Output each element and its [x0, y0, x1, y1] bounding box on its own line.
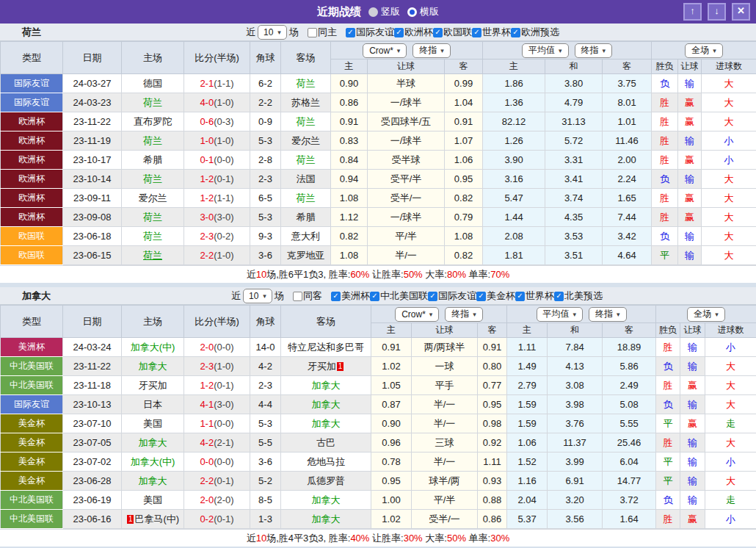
title-bar: 近期战绩 竖版 横版 ↑ ↓ ✕ [0, 0, 756, 24]
match-type-badge: 欧洲杯 [1, 170, 63, 189]
avg-group-header: 平均值▾终指▾ [483, 42, 652, 60]
avg-source-select[interactable]: 平均值▾ [522, 43, 569, 58]
league-checkbox[interactable]: ✓欧国联 [433, 26, 472, 39]
league-checkbox[interactable]: ✓美洲杯 [331, 289, 370, 303]
team-label: 苏格兰 [291, 97, 320, 108]
scope-group-header: 全场▾ [652, 42, 756, 60]
odds-home: 1.08 [331, 189, 368, 208]
league-checkbox[interactable]: ✓国际友谊 [346, 26, 394, 39]
odds-source-select[interactable]: Crow*▾ [395, 307, 439, 322]
avg-draw: 3.41 [545, 170, 603, 189]
arrow-down-icon: ↓ [714, 5, 719, 16]
checkbox-icon: ✓ [346, 28, 355, 37]
same-venue-checkbox[interactable]: 同客 [293, 289, 322, 303]
scope-select[interactable]: 全场▾ [685, 43, 723, 58]
league-checkbox[interactable]: ✓世界杯 [472, 26, 511, 39]
match-row: 欧国联23-06-18荷兰2-3(0-2)9-3意大利0.82平/半1.082.… [1, 227, 756, 246]
odds-away: 0.99 [445, 74, 483, 93]
result-handicap: 输 [680, 472, 705, 491]
avg-home: 2.08 [483, 227, 545, 246]
full-score: 2-2 [200, 250, 214, 261]
result-outcome: 负 [656, 395, 680, 414]
avg-away: 2.24 [603, 170, 652, 189]
odds-away: 0.82 [445, 189, 483, 208]
match-date: 23-06-19 [63, 491, 122, 510]
col-header-avg-away: 客 [603, 60, 652, 74]
col-header-home: 主场 [122, 306, 184, 338]
avg-final-select[interactable]: 终指▾ [589, 307, 627, 322]
away-team-cell: 瓜德罗普 [281, 472, 371, 491]
col-header-odds-handicap: 让球 [368, 60, 445, 74]
match-date: 23-11-22 [63, 357, 122, 376]
arrow-up-icon: ↑ [690, 5, 695, 16]
col-header-type: 类型 [1, 306, 63, 338]
avg-source-select[interactable]: 平均值▾ [537, 307, 584, 322]
team-section-canada: 加拿大 近 10 ▾ 场 同客 ✓美洲杯✓中北美国联✓国际友谊✓美金杯✓世界杯✓… [0, 287, 756, 547]
result-outcome: 负 [652, 170, 678, 189]
league-checkbox[interactable]: ✓中北美国联 [370, 289, 428, 303]
matches-count-select[interactable]: 10 ▾ [258, 25, 287, 40]
radio-vertical-layout[interactable]: 竖版 [368, 5, 400, 18]
home-team-cell: 荷兰 [122, 227, 184, 246]
score-cell: 4-0(1-0) [184, 93, 250, 112]
score-cell: 3-0(3-0) [184, 208, 250, 227]
team-label: 危地马拉 [307, 456, 345, 467]
col-header-result-handicap: 让球 [678, 60, 702, 74]
col-header-avg-draw: 和 [545, 60, 603, 74]
odds-handicap: 一/球半 [368, 131, 445, 151]
move-down-button[interactable]: ↓ [708, 3, 726, 21]
result-outcome: 平 [656, 414, 680, 433]
section-header-bar: 加拿大 近 10 ▾ 场 同客 ✓美洲杯✓中北美国联✓国际友谊✓美金杯✓世界杯✓… [0, 287, 756, 305]
league-checkbox[interactable]: ✓欧洲预选 [511, 26, 559, 39]
league-checkbox[interactable]: ✓北美预选 [554, 289, 603, 303]
avg-away: 2.00 [603, 151, 652, 170]
same-venue-checkbox[interactable]: 同主 [308, 26, 337, 39]
result-outcome: 负 [656, 491, 680, 510]
red-card-badge: 1 [127, 515, 134, 524]
summary-segment: 单率: [466, 533, 490, 544]
odds-away: 0.91 [445, 112, 483, 131]
team-label: 加拿大 [139, 437, 167, 448]
away-team-cell: 古巴 [281, 433, 371, 453]
odds-away: 0.79 [445, 208, 483, 227]
col-header-away: 客场 [281, 42, 331, 74]
match-date: 23-07-02 [63, 453, 122, 472]
radio-horizontal-layout[interactable]: 横版 [407, 5, 439, 18]
matches-count-select[interactable]: 10 ▾ [243, 289, 272, 303]
odds-final-select[interactable]: 终指▾ [412, 43, 451, 58]
score-cell: 1-2(1-1) [184, 189, 250, 208]
odds-final-select[interactable]: 终指▾ [445, 307, 483, 322]
avg-final-select[interactable]: 终指▾ [575, 43, 613, 58]
half-score: (0-0) [214, 342, 233, 353]
match-type-badge: 欧国联 [1, 246, 63, 265]
home-team-cell: 美国 [122, 491, 184, 510]
scope-select[interactable]: 全场▾ [687, 307, 725, 322]
col-header-avg-home: 主 [507, 323, 548, 338]
away-team-cell: 特立尼达和多巴哥 [281, 338, 371, 357]
odds-away: 0.95 [445, 170, 483, 189]
page-title: 近期战绩 [317, 5, 361, 19]
match-type-badge: 美金杯 [1, 453, 63, 472]
move-up-button[interactable]: ↑ [683, 3, 702, 21]
result-goals: 小 [702, 151, 756, 170]
avg-draw: 11.37 [548, 433, 603, 453]
odds-handicap: 平/半 [368, 227, 445, 246]
league-checkbox[interactable]: ✓欧洲杯 [394, 26, 433, 39]
league-checkbox[interactable]: ✓国际友谊 [428, 289, 476, 303]
result-goals: 大 [702, 246, 756, 265]
full-score: 2-2 [200, 475, 214, 486]
team-label: 爱尔兰 [139, 192, 167, 203]
odds-home: 1.08 [331, 246, 368, 265]
odds-handicap: 半球 [368, 74, 445, 93]
close-button[interactable]: ✕ [732, 3, 750, 21]
odds-source-select[interactable]: Crow*▾ [363, 43, 407, 58]
avg-draw: 4.79 [545, 93, 603, 112]
league-checkbox[interactable]: ✓美金杯 [476, 289, 515, 303]
summary-segment: 40% [350, 533, 369, 544]
odds-away: 0.86 [478, 510, 507, 529]
league-checkbox[interactable]: ✓世界杯 [515, 289, 554, 303]
result-goals: 小 [705, 453, 756, 472]
result-goals: 大 [702, 93, 756, 112]
avg-away: 3.42 [603, 227, 652, 246]
odds-home: 0.86 [331, 93, 368, 112]
